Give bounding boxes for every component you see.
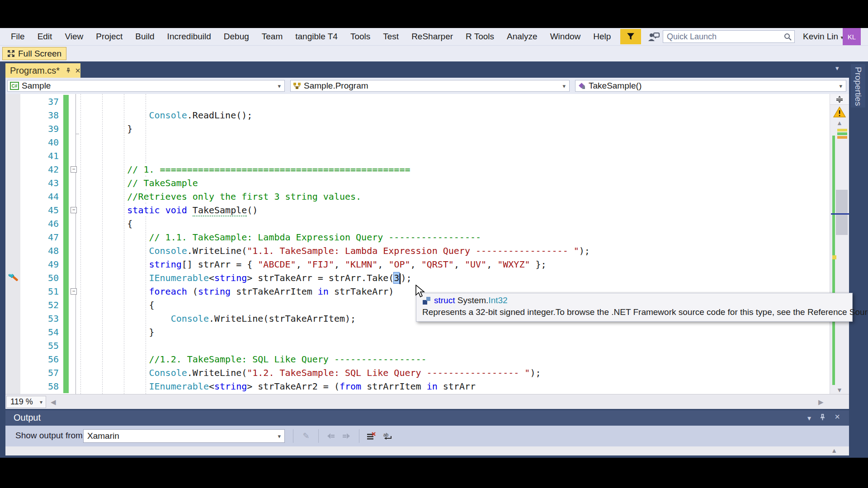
code-line-49[interactable]: 49 string[] strArr = { "ABCDE", "FIJ", "… bbox=[5, 258, 830, 271]
code-text[interactable]: { bbox=[80, 298, 155, 312]
code-line-43[interactable]: 43 // TakeSample bbox=[5, 176, 830, 190]
vertical-scrollbar[interactable]: ▲ ▼ bbox=[830, 94, 849, 394]
tab-list-chevron-icon[interactable]: ▾ bbox=[835, 64, 839, 72]
code-line-58[interactable]: 58 IEnumerable<string> strTakeArr2 = (fr… bbox=[5, 380, 830, 393]
splitter-handle-icon[interactable] bbox=[830, 94, 849, 105]
code-text[interactable]: foreach (string strTakeArrItem in strTak… bbox=[80, 285, 394, 298]
menu-item-view[interactable]: View bbox=[58, 32, 90, 42]
scroll-down-arrow[interactable]: ▼ bbox=[830, 386, 849, 394]
scrollbar-thumb[interactable] bbox=[836, 190, 848, 235]
quick-fix-hammer-icon[interactable] bbox=[7, 272, 19, 285]
menu-item-team[interactable]: Team bbox=[255, 32, 289, 42]
word-wrap-icon[interactable]: ab bbox=[382, 430, 395, 442]
code-line-40[interactable]: 40 bbox=[5, 136, 830, 149]
menu-item-edit[interactable]: Edit bbox=[31, 32, 59, 42]
code-line-41[interactable]: 41 bbox=[5, 149, 830, 163]
code-text[interactable]: } bbox=[80, 325, 155, 339]
member-dropdown[interactable]: TakeSample() ▾ bbox=[575, 80, 846, 92]
code-line-57[interactable]: 57 Console.WriteLine("1.2. TakeSample: S… bbox=[5, 366, 830, 380]
menu-item-tangible-t4[interactable]: tangible T4 bbox=[289, 32, 344, 42]
code-line-42[interactable]: 42− // 1. ==============================… bbox=[5, 163, 830, 176]
full-screen-button[interactable]: Full Screen bbox=[2, 47, 66, 60]
menu-item-file[interactable]: File bbox=[5, 32, 31, 42]
pin-icon[interactable] bbox=[66, 67, 71, 74]
next-message-icon[interactable] bbox=[340, 430, 354, 442]
code-text[interactable]: //Retrieves only the first 3 string valu… bbox=[80, 190, 361, 203]
message-options-icon[interactable]: ✎ bbox=[299, 430, 313, 442]
zoom-level-dropdown[interactable]: 119 % ▾ bbox=[6, 396, 46, 408]
user-account-menu[interactable]: Kevin Lin ▾ bbox=[803, 32, 843, 42]
menu-item-test[interactable]: Test bbox=[377, 32, 405, 42]
warning-icon[interactable] bbox=[833, 107, 846, 117]
code-text[interactable]: } bbox=[80, 122, 132, 136]
output-title-bar[interactable]: Output ▾ × bbox=[5, 410, 849, 426]
feedback-button[interactable] bbox=[646, 30, 661, 43]
scroll-right-arrow[interactable]: ▶ bbox=[818, 398, 824, 406]
code-line-38[interactable]: 38 Console.ReadLine(); bbox=[5, 108, 830, 122]
project-dropdown[interactable]: C# Sample ▾ bbox=[7, 80, 285, 92]
menu-item-resharper[interactable]: ReSharper bbox=[405, 32, 459, 42]
code-line-54[interactable]: 54 } bbox=[5, 325, 830, 339]
code-text[interactable]: // 1. ==================================… bbox=[80, 163, 410, 176]
filter-toolbar-button[interactable] bbox=[620, 29, 641, 44]
code-text[interactable] bbox=[80, 95, 84, 108]
window-position-chevron-icon[interactable]: ▾ bbox=[807, 414, 811, 422]
close-icon[interactable]: × bbox=[75, 66, 80, 76]
class-dropdown[interactable]: Sample.Program ▾ bbox=[290, 80, 570, 92]
code-text[interactable]: Console.WriteLine("1.1. TakeSample: Lamb… bbox=[80, 244, 590, 258]
output-source-dropdown[interactable]: Xamarin ▾ bbox=[83, 429, 285, 443]
code-text[interactable]: IEnumerable<string> strTakeArr = strArr.… bbox=[80, 271, 412, 285]
code-line-55[interactable]: 55 bbox=[5, 339, 830, 352]
code-line-44[interactable]: 44 //Retrieves only the first 3 string v… bbox=[5, 190, 830, 203]
code-text[interactable]: Console.ReadLine(); bbox=[80, 108, 252, 122]
scroll-up-arrow[interactable]: ▲ bbox=[831, 447, 837, 454]
code-line-47[interactable]: 47 // 1.1. TakeSample: Lambda Expression… bbox=[5, 230, 830, 244]
code-text[interactable]: static void TakeSample() bbox=[80, 203, 258, 217]
code-line-37[interactable]: 37 bbox=[5, 95, 830, 108]
code-line-50[interactable]: 50 IEnumerable<string> strTakeArr = strA… bbox=[5, 271, 830, 285]
code-editor[interactable]: 3738 Console.ReadLine();39 }404142− // 1… bbox=[5, 94, 849, 394]
collapse-icon[interactable]: − bbox=[71, 288, 77, 295]
pin-icon[interactable] bbox=[820, 414, 826, 422]
outlining-margin: − bbox=[69, 163, 80, 176]
code-text[interactable]: // TakeSample bbox=[80, 176, 198, 190]
code-line-45[interactable]: 45− static void TakeSample() bbox=[5, 203, 830, 217]
close-icon[interactable]: × bbox=[835, 412, 840, 422]
clear-all-icon[interactable] bbox=[364, 430, 378, 442]
code-text[interactable]: string[] strArr = { "ABCDE", "FIJ", "KLM… bbox=[80, 258, 547, 271]
output-content[interactable]: ▲ bbox=[5, 446, 849, 455]
scroll-left-arrow[interactable]: ◀ bbox=[51, 398, 56, 406]
menu-item-r-tools[interactable]: R Tools bbox=[459, 32, 500, 42]
line-number: 44 bbox=[20, 190, 63, 203]
menu-item-project[interactable]: Project bbox=[90, 32, 129, 42]
scroll-up-arrow[interactable]: ▲ bbox=[830, 119, 849, 127]
properties-side-tab[interactable]: Properties bbox=[851, 64, 865, 108]
menu-item-debug[interactable]: Debug bbox=[217, 32, 255, 42]
previous-message-icon[interactable] bbox=[324, 430, 337, 442]
quick-launch-input[interactable] bbox=[667, 31, 780, 42]
code-text[interactable]: //1.2. TakeSample: SQL Like Query ------… bbox=[80, 352, 427, 366]
code-line-56[interactable]: 56 //1.2. TakeSample: SQL Like Query ---… bbox=[5, 352, 830, 366]
code-line-48[interactable]: 48 Console.WriteLine("1.1. TakeSample: L… bbox=[5, 244, 830, 258]
document-tab[interactable]: Program.cs* × bbox=[5, 63, 80, 78]
code-text[interactable] bbox=[80, 136, 84, 149]
code-text[interactable]: IEnumerable<string> strTakeArr2 = (from … bbox=[80, 380, 476, 393]
code-text[interactable]: // 1.1. TakeSample: Lambda Expression Qu… bbox=[80, 230, 481, 244]
menu-item-tools[interactable]: Tools bbox=[344, 32, 377, 42]
menu-item-help[interactable]: Help bbox=[587, 32, 617, 42]
code-line-46[interactable]: 46 { bbox=[5, 217, 830, 230]
menu-item-incredibuild[interactable]: Incredibuild bbox=[161, 32, 217, 42]
code-line-39[interactable]: 39 } bbox=[5, 122, 830, 136]
code-text[interactable]: { bbox=[80, 217, 132, 230]
collapse-icon[interactable]: − bbox=[71, 166, 77, 173]
search-icon[interactable] bbox=[784, 33, 792, 41]
menu-item-window[interactable]: Window bbox=[544, 32, 587, 42]
menu-item-analyze[interactable]: Analyze bbox=[500, 32, 544, 42]
collapse-icon[interactable]: − bbox=[71, 207, 77, 213]
code-text[interactable]: Console.WriteLine(strTakeArrItem); bbox=[80, 312, 356, 325]
code-text[interactable] bbox=[80, 149, 84, 163]
avatar[interactable]: KL bbox=[843, 28, 861, 45]
menu-item-build[interactable]: Build bbox=[129, 32, 160, 42]
code-text[interactable] bbox=[80, 339, 84, 352]
code-text[interactable]: Console.WriteLine("1.2. TakeSample: SQL … bbox=[80, 366, 541, 380]
